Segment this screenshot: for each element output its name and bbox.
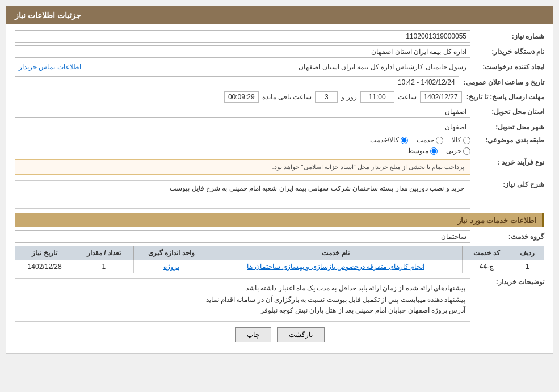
buyer-notes-label: توضیحات خریدار: [470,278,544,286]
service-group-label: گروه خدمت: [470,233,544,241]
button-row: بازگشت چاپ [15,327,544,348]
category-radio-goods[interactable] [463,137,470,144]
deadline-label: مهلت ارسال پاسخ: تا تاریخ: [462,93,544,101]
need-desc-row: شرح کلی نیاز: خرید و نصب دوربین مدار بست… [15,180,544,209]
buyer-notes-row: توضیحات خریدار: پیشنهادهای ارائه شده از … [15,278,544,322]
deadline-days-label: روز و [341,93,356,101]
city-label: شهر محل تحویل: [470,123,544,131]
back-button[interactable]: بازگشت [277,327,325,342]
deadline-time-label: ساعت [398,93,417,101]
creator-label: ایجاد کننده درخواست: [470,63,544,71]
category-label-service: خدمت [417,136,434,144]
province-value: اصفهان [15,106,470,118]
deadline-days-value: 3 [315,91,338,103]
announce-date-value: 1402/12/24 - 10:42 [15,76,459,88]
service-name-link[interactable]: انجام کارهای متفرقه درخصوص بازسازی و بهس… [247,263,424,271]
buyer-org-value: اداره کل بیمه ایران استان اصفهان [15,45,470,58]
category-label-goods: کالا [452,136,461,144]
need-number-label: شماره نیاز: [470,32,544,40]
need-number-row: شماره نیاز: 1102001319000055 [15,30,544,43]
service-group-row: گروه خدمت: ساختمان [15,230,544,243]
col-date: تاریخ نیاز [15,246,74,260]
page-title: جزئیات اطلاعات نیاز [6,6,553,24]
category-label: طبقه بندی موضوعی: [470,136,544,144]
need-desc-value: خرید و نصب دوربین مدار بسته ساختمان شرکت… [15,180,470,209]
announce-date-row: تاریخ و ساعت اعلان عمومی: 1402/12/24 - 1… [15,76,544,88]
need-number-value: 1102001319000055 [15,30,470,43]
contact-link[interactable]: اطلاعات تماس خریدار [19,63,81,71]
category-radio-group: کالا خدمت کالا/خدمت [370,136,470,144]
city-value: اصفهان [15,121,470,133]
category-option-goods: کالا [452,136,470,144]
service-group-value: ساختمان [15,230,470,243]
purchase-type-row: نوع فرآیند خرید : جزیی متوسط پرداخت تمام… [15,147,544,178]
announce-date-label: تاریخ و ساعت اعلان عمومی: [459,78,544,86]
col-row-num: ردیف [511,246,544,260]
purchase-label-partial: جزیی [446,147,461,155]
purchase-notice: پرداخت تمام یا بخشی از مبلغ خریدار محل "… [15,159,470,175]
province-row: استان محل تحویل: اصفهان [15,106,544,118]
creator-row: ایجاد کننده درخواست: رسول خاتمیان کارشنا… [15,61,544,73]
category-radio-service[interactable] [436,137,443,144]
purchase-type-label: نوع فرآیند خرید : [470,158,544,166]
cell-unit: پروژه [133,260,209,273]
deadline-remaining-label: ساعت باقی مانده [262,93,312,101]
category-option-service: خدمت [417,136,443,144]
city-row: شهر محل تحویل: اصفهان [15,121,544,133]
unit-link[interactable]: پروژه [163,263,179,271]
buyer-notes-value: پیشنهادهای ارائه شده از زمان ارائه باید … [15,278,470,322]
deadline-row: مهلت ارسال پاسخ: تا تاریخ: 1402/12/27 سا… [15,91,544,103]
table-row: 1 ج-44 انجام کارهای متفرقه درخصوص بازساز… [15,260,544,273]
purchase-option-medium: متوسط [407,147,438,155]
deadline-date: 1402/12/27 [420,91,462,103]
col-service-code: کد خدمت [463,246,511,260]
category-option-both: کالا/خدمت [370,136,408,144]
deadline-time-value: 11:00 [360,91,394,103]
cell-date: 1402/12/28 [15,260,74,273]
creator-value: رسول خاتمیان کارشناس اداره کل بیمه ایران… [299,63,466,71]
services-section-title: اطلاعات خدمات مورد نیاز [15,213,544,227]
col-service-name: نام خدمت [209,246,463,260]
services-table: ردیف کد خدمت نام خدمت واحد اندازه گیری ت… [15,246,544,273]
purchase-radio-partial[interactable] [463,147,470,155]
col-qty: تعداد / مقدار [74,246,133,260]
category-row: طبقه بندی موضوعی: کالا خدمت [15,136,544,144]
cell-row-num: 1 [511,260,544,273]
purchase-radio-medium[interactable] [430,147,438,155]
buyer-org-label: نام دستگاه خریدار: [470,48,544,56]
deadline-remaining-value: 00:09:29 [224,91,259,103]
buyer-org-row: نام دستگاه خریدار: اداره کل بیمه ایران ا… [15,45,544,58]
category-label-both: کالا/خدمت [370,136,399,144]
purchase-type-radio-group: جزیی متوسط [15,147,470,155]
category-radio-both[interactable] [401,137,408,144]
col-unit: واحد اندازه گیری [133,246,209,260]
cell-qty: 1 [74,260,133,273]
purchase-option-partial: جزیی [446,147,470,155]
cell-service-code: ج-44 [463,260,511,273]
creator-value-box: رسول خاتمیان کارشناس اداره کل بیمه ایران… [15,61,470,73]
purchase-label-medium: متوسط [407,147,428,155]
print-button[interactable]: چاپ [235,327,271,342]
need-desc-label: شرح کلی نیاز: [470,180,544,188]
cell-service-name: انجام کارهای متفرقه درخصوص بازسازی و بهس… [209,260,463,273]
province-label: استان محل تحویل: [470,108,544,116]
